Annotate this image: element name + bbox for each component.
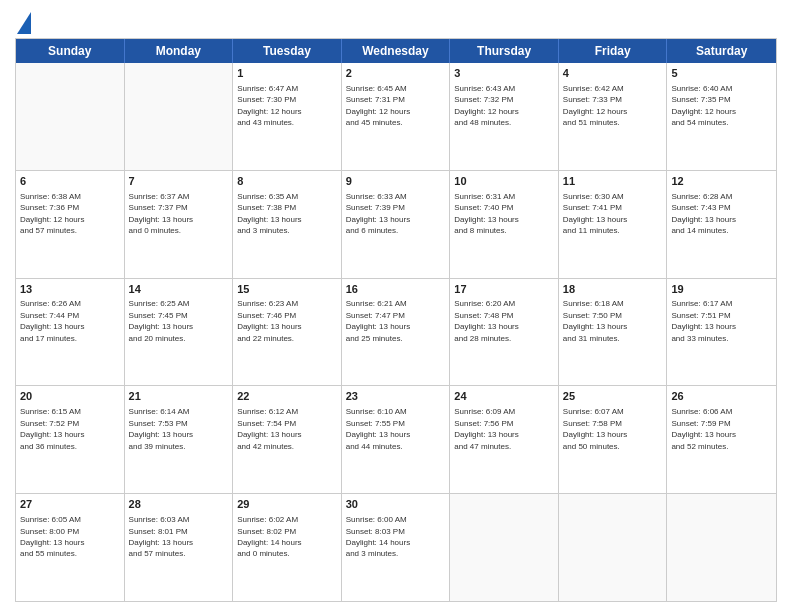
calendar-cell-0-4: 3Sunrise: 6:43 AM Sunset: 7:32 PM Daylig… [450,63,559,170]
calendar-cell-1-0: 6Sunrise: 6:38 AM Sunset: 7:36 PM Daylig… [16,171,125,278]
day-of-week-wednesday: Wednesday [342,39,451,63]
cell-details: Sunrise: 6:25 AM Sunset: 7:45 PM Dayligh… [129,299,193,342]
cell-details: Sunrise: 6:43 AM Sunset: 7:32 PM Dayligh… [454,84,518,127]
day-number: 12 [671,174,772,189]
day-of-week-saturday: Saturday [667,39,776,63]
calendar-cell-3-3: 23Sunrise: 6:10 AM Sunset: 7:55 PM Dayli… [342,386,451,493]
cell-details: Sunrise: 6:03 AM Sunset: 8:01 PM Dayligh… [129,515,193,558]
calendar-cell-3-2: 22Sunrise: 6:12 AM Sunset: 7:54 PM Dayli… [233,386,342,493]
cell-details: Sunrise: 6:45 AM Sunset: 7:31 PM Dayligh… [346,84,410,127]
day-number: 26 [671,389,772,404]
cell-details: Sunrise: 6:30 AM Sunset: 7:41 PM Dayligh… [563,192,627,235]
calendar-body: 1Sunrise: 6:47 AM Sunset: 7:30 PM Daylig… [16,63,776,601]
calendar-cell-3-6: 26Sunrise: 6:06 AM Sunset: 7:59 PM Dayli… [667,386,776,493]
calendar-cell-3-1: 21Sunrise: 6:14 AM Sunset: 7:53 PM Dayli… [125,386,234,493]
calendar-cell-2-1: 14Sunrise: 6:25 AM Sunset: 7:45 PM Dayli… [125,279,234,386]
calendar-cell-3-0: 20Sunrise: 6:15 AM Sunset: 7:52 PM Dayli… [16,386,125,493]
day-number: 13 [20,282,120,297]
cell-details: Sunrise: 6:14 AM Sunset: 7:53 PM Dayligh… [129,407,193,450]
day-number: 15 [237,282,337,297]
calendar-cell-2-6: 19Sunrise: 6:17 AM Sunset: 7:51 PM Dayli… [667,279,776,386]
cell-details: Sunrise: 6:09 AM Sunset: 7:56 PM Dayligh… [454,407,518,450]
cell-details: Sunrise: 6:40 AM Sunset: 7:35 PM Dayligh… [671,84,735,127]
calendar-cell-2-3: 16Sunrise: 6:21 AM Sunset: 7:47 PM Dayli… [342,279,451,386]
cell-details: Sunrise: 6:06 AM Sunset: 7:59 PM Dayligh… [671,407,735,450]
day-number: 29 [237,497,337,512]
calendar-cell-1-3: 9Sunrise: 6:33 AM Sunset: 7:39 PM Daylig… [342,171,451,278]
cell-details: Sunrise: 6:17 AM Sunset: 7:51 PM Dayligh… [671,299,735,342]
cell-details: Sunrise: 6:00 AM Sunset: 8:03 PM Dayligh… [346,515,410,558]
cell-details: Sunrise: 6:15 AM Sunset: 7:52 PM Dayligh… [20,407,84,450]
day-of-week-thursday: Thursday [450,39,559,63]
calendar-cell-4-5 [559,494,668,601]
day-number: 19 [671,282,772,297]
day-number: 25 [563,389,663,404]
calendar-cell-4-4 [450,494,559,601]
calendar-cell-2-4: 17Sunrise: 6:20 AM Sunset: 7:48 PM Dayli… [450,279,559,386]
cell-details: Sunrise: 6:12 AM Sunset: 7:54 PM Dayligh… [237,407,301,450]
day-number: 18 [563,282,663,297]
day-number: 4 [563,66,663,81]
day-number: 30 [346,497,446,512]
day-of-week-monday: Monday [125,39,234,63]
day-number: 27 [20,497,120,512]
logo [15,10,31,30]
calendar-cell-0-0 [16,63,125,170]
calendar-row-1: 6Sunrise: 6:38 AM Sunset: 7:36 PM Daylig… [16,171,776,279]
day-number: 23 [346,389,446,404]
cell-details: Sunrise: 6:07 AM Sunset: 7:58 PM Dayligh… [563,407,627,450]
cell-details: Sunrise: 6:21 AM Sunset: 7:47 PM Dayligh… [346,299,410,342]
cell-details: Sunrise: 6:26 AM Sunset: 7:44 PM Dayligh… [20,299,84,342]
calendar-cell-2-2: 15Sunrise: 6:23 AM Sunset: 7:46 PM Dayli… [233,279,342,386]
calendar-row-0: 1Sunrise: 6:47 AM Sunset: 7:30 PM Daylig… [16,63,776,171]
calendar: SundayMondayTuesdayWednesdayThursdayFrid… [15,38,777,602]
cell-details: Sunrise: 6:28 AM Sunset: 7:43 PM Dayligh… [671,192,735,235]
day-number: 11 [563,174,663,189]
calendar-cell-1-1: 7Sunrise: 6:37 AM Sunset: 7:37 PM Daylig… [125,171,234,278]
cell-details: Sunrise: 6:31 AM Sunset: 7:40 PM Dayligh… [454,192,518,235]
calendar-cell-3-5: 25Sunrise: 6:07 AM Sunset: 7:58 PM Dayli… [559,386,668,493]
calendar-row-2: 13Sunrise: 6:26 AM Sunset: 7:44 PM Dayli… [16,279,776,387]
cell-details: Sunrise: 6:23 AM Sunset: 7:46 PM Dayligh… [237,299,301,342]
calendar-cell-4-2: 29Sunrise: 6:02 AM Sunset: 8:02 PM Dayli… [233,494,342,601]
calendar-cell-0-6: 5Sunrise: 6:40 AM Sunset: 7:35 PM Daylig… [667,63,776,170]
logo-triangle-icon [17,12,31,34]
calendar-cell-4-1: 28Sunrise: 6:03 AM Sunset: 8:01 PM Dayli… [125,494,234,601]
day-number: 6 [20,174,120,189]
cell-details: Sunrise: 6:05 AM Sunset: 8:00 PM Dayligh… [20,515,84,558]
calendar-header: SundayMondayTuesdayWednesdayThursdayFrid… [16,39,776,63]
day-number: 14 [129,282,229,297]
cell-details: Sunrise: 6:18 AM Sunset: 7:50 PM Dayligh… [563,299,627,342]
cell-details: Sunrise: 6:20 AM Sunset: 7:48 PM Dayligh… [454,299,518,342]
calendar-cell-2-5: 18Sunrise: 6:18 AM Sunset: 7:50 PM Dayli… [559,279,668,386]
calendar-cell-2-0: 13Sunrise: 6:26 AM Sunset: 7:44 PM Dayli… [16,279,125,386]
day-number: 28 [129,497,229,512]
day-number: 21 [129,389,229,404]
cell-details: Sunrise: 6:37 AM Sunset: 7:37 PM Dayligh… [129,192,193,235]
cell-details: Sunrise: 6:33 AM Sunset: 7:39 PM Dayligh… [346,192,410,235]
day-number: 22 [237,389,337,404]
cell-details: Sunrise: 6:47 AM Sunset: 7:30 PM Dayligh… [237,84,301,127]
calendar-cell-4-0: 27Sunrise: 6:05 AM Sunset: 8:00 PM Dayli… [16,494,125,601]
calendar-cell-1-4: 10Sunrise: 6:31 AM Sunset: 7:40 PM Dayli… [450,171,559,278]
calendar-cell-4-3: 30Sunrise: 6:00 AM Sunset: 8:03 PM Dayli… [342,494,451,601]
header [15,10,777,30]
calendar-cell-3-4: 24Sunrise: 6:09 AM Sunset: 7:56 PM Dayli… [450,386,559,493]
day-number: 8 [237,174,337,189]
day-number: 10 [454,174,554,189]
calendar-cell-1-6: 12Sunrise: 6:28 AM Sunset: 7:43 PM Dayli… [667,171,776,278]
day-of-week-sunday: Sunday [16,39,125,63]
calendar-cell-4-6 [667,494,776,601]
calendar-cell-0-2: 1Sunrise: 6:47 AM Sunset: 7:30 PM Daylig… [233,63,342,170]
day-number: 16 [346,282,446,297]
cell-details: Sunrise: 6:38 AM Sunset: 7:36 PM Dayligh… [20,192,84,235]
day-number: 17 [454,282,554,297]
calendar-row-4: 27Sunrise: 6:05 AM Sunset: 8:00 PM Dayli… [16,494,776,601]
day-of-week-tuesday: Tuesday [233,39,342,63]
calendar-cell-0-1 [125,63,234,170]
calendar-row-3: 20Sunrise: 6:15 AM Sunset: 7:52 PM Dayli… [16,386,776,494]
page: SundayMondayTuesdayWednesdayThursdayFrid… [0,0,792,612]
calendar-cell-0-3: 2Sunrise: 6:45 AM Sunset: 7:31 PM Daylig… [342,63,451,170]
calendar-cell-0-5: 4Sunrise: 6:42 AM Sunset: 7:33 PM Daylig… [559,63,668,170]
day-number: 2 [346,66,446,81]
